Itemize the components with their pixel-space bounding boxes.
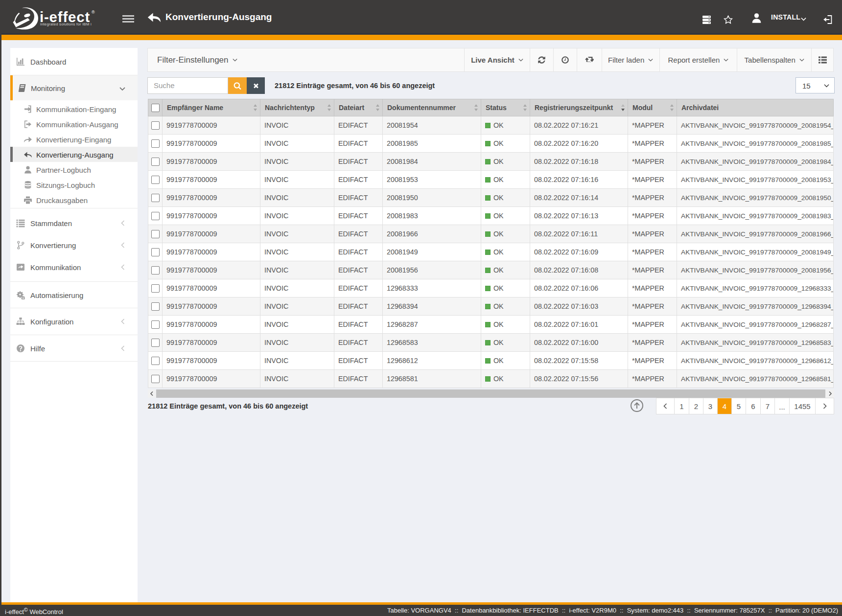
svg-text:®: ®	[92, 10, 95, 15]
svg-text:integrated solutions for IBM i: integrated solutions for IBM i	[40, 22, 92, 26]
